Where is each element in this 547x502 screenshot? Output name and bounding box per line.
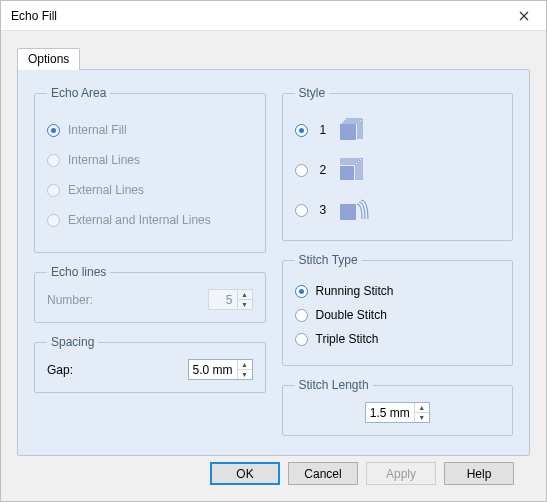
radio-label: Running Stitch: [316, 284, 394, 298]
spinner-arrows: ▲ ▼: [237, 360, 252, 379]
radio-icon: [295, 333, 308, 346]
spinner-stitch-length[interactable]: ▲ ▼: [365, 402, 430, 423]
radio-running-stitch[interactable]: Running Stitch: [295, 281, 501, 301]
dialog-body: Options Echo Area Internal Fill Internal…: [1, 31, 546, 501]
radio-internal-lines: Internal Lines: [47, 150, 253, 170]
radio-icon: [47, 214, 60, 227]
group-legend-echo-lines: Echo lines: [47, 265, 110, 279]
radio-label: Internal Lines: [68, 153, 140, 167]
group-spacing: Spacing Gap: ▲ ▼: [34, 335, 266, 393]
radio-style-2[interactable]: 2: [295, 158, 501, 182]
chevron-down-icon[interactable]: ▼: [238, 369, 252, 379]
radio-icon: [295, 204, 308, 217]
tab-options[interactable]: Options: [17, 48, 80, 70]
group-style: Style 1 2: [282, 86, 514, 241]
tab-strip: Options: [17, 47, 530, 69]
radio-icon: [295, 124, 308, 137]
apply-button: Apply: [366, 462, 436, 485]
input-stitch-length[interactable]: [366, 406, 414, 420]
group-legend-style: Style: [295, 86, 330, 100]
radio-icon: [47, 154, 60, 167]
radio-label: 3: [320, 203, 328, 217]
radio-internal-fill: Internal Fill: [47, 120, 253, 140]
input-number: [209, 293, 237, 307]
group-stitch-length: Stitch Length ▲ ▼: [282, 378, 514, 436]
close-button[interactable]: [502, 1, 546, 31]
radio-icon: [295, 309, 308, 322]
radio-triple-stitch[interactable]: Triple Stitch: [295, 329, 501, 349]
options-panel: Echo Area Internal Fill Internal Lines E…: [17, 69, 530, 456]
group-echo-lines: Echo lines Number: ▲ ▼: [34, 265, 266, 323]
radio-label: External and Internal Lines: [68, 213, 211, 227]
radio-double-stitch[interactable]: Double Stitch: [295, 305, 501, 325]
titlebar: Echo Fill: [1, 1, 546, 31]
window-title: Echo Fill: [11, 9, 57, 23]
style-1-icon: [340, 118, 370, 142]
dialog-footer: OK Cancel Apply Help: [17, 456, 530, 487]
group-legend-echo-area: Echo Area: [47, 86, 110, 100]
field-gap: Gap: ▲ ▼: [47, 359, 253, 380]
spinner-number: ▲ ▼: [208, 289, 253, 310]
help-button[interactable]: Help: [444, 462, 514, 485]
radio-external-lines: External Lines: [47, 180, 253, 200]
style-3-icon: [340, 198, 370, 222]
chevron-down-icon[interactable]: ▼: [415, 412, 429, 422]
chevron-up-icon: ▲: [238, 290, 252, 299]
radio-external-internal-lines: External and Internal Lines: [47, 210, 253, 230]
radio-icon: [295, 164, 308, 177]
radio-label: 2: [320, 163, 328, 177]
radio-icon: [295, 285, 308, 298]
input-gap[interactable]: [189, 363, 237, 377]
style-2-icon: [340, 158, 370, 182]
radio-label: External Lines: [68, 183, 144, 197]
radio-label: Internal Fill: [68, 123, 127, 137]
field-stitch-length: ▲ ▼: [295, 402, 501, 423]
radio-label: Triple Stitch: [316, 332, 379, 346]
chevron-down-icon: ▼: [238, 299, 252, 309]
spinner-arrows: ▲ ▼: [237, 290, 252, 309]
radio-icon: [47, 124, 60, 137]
group-echo-area: Echo Area Internal Fill Internal Lines E…: [34, 86, 266, 253]
label-number: Number:: [47, 293, 117, 307]
svg-rect-1: [340, 166, 354, 180]
close-icon: [519, 11, 529, 21]
spinner-gap[interactable]: ▲ ▼: [188, 359, 253, 380]
chevron-up-icon[interactable]: ▲: [415, 403, 429, 412]
left-column: Echo Area Internal Fill Internal Lines E…: [34, 86, 266, 439]
cancel-button[interactable]: Cancel: [288, 462, 358, 485]
group-legend-stitch-length: Stitch Length: [295, 378, 373, 392]
svg-rect-2: [340, 204, 356, 220]
svg-rect-0: [340, 124, 356, 140]
ok-button[interactable]: OK: [210, 462, 280, 485]
radio-style-3[interactable]: 3: [295, 198, 501, 222]
right-column: Style 1 2: [282, 86, 514, 439]
radio-style-1[interactable]: 1: [295, 118, 501, 142]
field-number: Number: ▲ ▼: [47, 289, 253, 310]
spinner-arrows: ▲ ▼: [414, 403, 429, 422]
radio-label: Double Stitch: [316, 308, 387, 322]
group-legend-spacing: Spacing: [47, 335, 98, 349]
label-gap: Gap:: [47, 363, 117, 377]
chevron-up-icon[interactable]: ▲: [238, 360, 252, 369]
radio-label: 1: [320, 123, 328, 137]
window: Echo Fill Options Echo Area Internal Fil…: [0, 0, 547, 502]
radio-icon: [47, 184, 60, 197]
group-stitch-type: Stitch Type Running Stitch Double Stitch…: [282, 253, 514, 366]
group-legend-stitch-type: Stitch Type: [295, 253, 362, 267]
